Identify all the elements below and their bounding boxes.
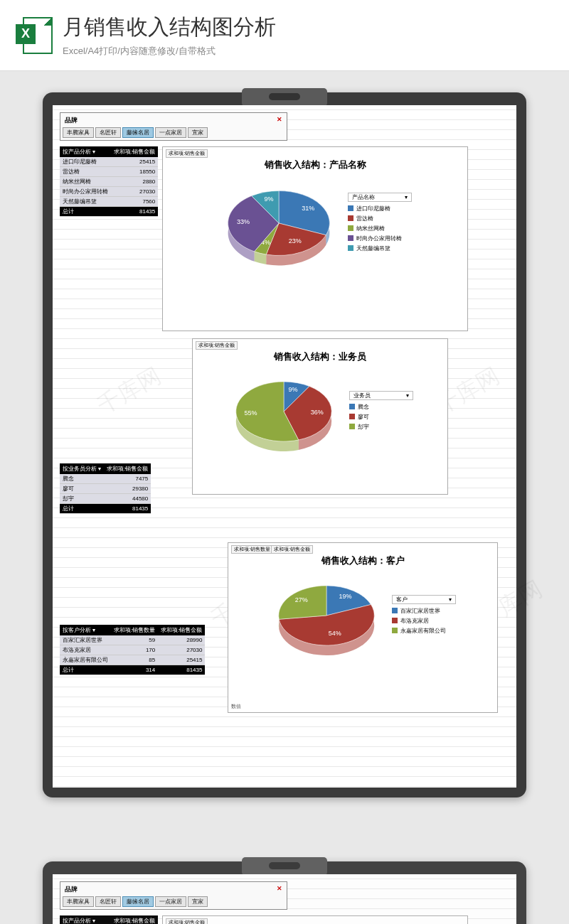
slicer-button[interactable]: 宜家 xyxy=(188,127,208,138)
svg-text:33%: 33% xyxy=(237,218,250,225)
page-subtitle: Excel/A4打印/内容随意修改/自带格式 xyxy=(63,45,276,58)
table-row: 天然藤编吊篮7560 xyxy=(60,197,158,207)
svg-text:54%: 54% xyxy=(329,630,341,637)
legend-item: 雷达椅 xyxy=(348,215,412,222)
pivot-product: 按产品分析求和项:销售金额进口印尼藤椅25415雷达椅18550纳米丝网椅288… xyxy=(60,915,158,924)
slicer-button[interactable]: 丰腾家具 xyxy=(63,896,94,907)
legend-item: 永嘉家居有限公司 xyxy=(392,627,456,635)
table-row: 彭宇44580 xyxy=(60,494,151,504)
table-row: 廖可29380 xyxy=(60,484,151,494)
chart-product: 求和项:销售金额 销售收入结构：产品名称 31%23%4%33%9% 产品名称▾… xyxy=(162,146,468,331)
slicer-button[interactable]: 一点家居 xyxy=(155,127,186,138)
clipboard-frame: 千库网 千库网 千库网 千库网 千库网 品牌 ✕ 丰腾家具名匠轩藤缘名居一点家居… xyxy=(43,92,526,797)
legend-item: 廖可 xyxy=(349,413,413,421)
pivot-product: 按产品分析求和项:销售金额进口印尼藤椅25415雷达椅18550纳米丝网椅288… xyxy=(60,146,158,217)
chevron-down-icon: ▾ xyxy=(406,392,409,399)
chart-product: 求和项:销售金额 销售收入结构：产品名称 xyxy=(162,915,468,924)
excel-icon: X xyxy=(16,14,53,57)
slicer-button[interactable]: 一点家居 xyxy=(155,896,186,907)
legend-dropdown[interactable]: 产品名称▾ xyxy=(348,193,412,202)
slicer-button[interactable]: 名匠轩 xyxy=(95,896,121,907)
svg-text:31%: 31% xyxy=(302,205,315,212)
legend-item: 百家汇家居世界 xyxy=(392,607,456,615)
table-total: 总计31481435 xyxy=(60,665,205,675)
page-header: X 月销售收入结构图分析 Excel/A4打印/内容随意修改/自带格式 xyxy=(0,0,569,71)
slicer-clear-icon[interactable]: ✕ xyxy=(277,116,282,125)
svg-text:9%: 9% xyxy=(289,386,298,393)
legend-item: 进口印尼藤椅 xyxy=(348,205,412,213)
svg-text:36%: 36% xyxy=(311,409,324,416)
chart-title: 销售收入结构：客户 xyxy=(233,554,493,567)
svg-text:19%: 19% xyxy=(339,593,351,600)
legend-dropdown[interactable]: 业务员▾ xyxy=(349,391,413,400)
legend-dropdown[interactable]: 客户▾ xyxy=(392,595,456,604)
table-row: 雷达椅18550 xyxy=(60,167,158,177)
chart-field-label: 求和项:销售数量 xyxy=(231,545,273,554)
table-row: 腾念7475 xyxy=(60,474,151,484)
chart-salesperson: 求和项:销售金额 销售收入结构：业务员 9%36%55% 业务员▾腾念廖可彭宇 xyxy=(192,338,448,495)
legend-item: 纳米丝网椅 xyxy=(348,225,412,232)
chart-title: 销售收入结构：产品名称 xyxy=(167,159,463,171)
table-row: 进口印尼藤椅25415 xyxy=(60,157,158,167)
table-row: 时尚办公家用转椅27030 xyxy=(60,187,158,197)
slicer-button[interactable]: 丰腾家具 xyxy=(63,127,94,138)
svg-text:23%: 23% xyxy=(289,237,302,245)
chart-field-label: 求和项:销售金额 xyxy=(166,149,208,158)
svg-text:9%: 9% xyxy=(265,195,274,203)
table-total: 总计81435 xyxy=(60,504,151,514)
chart-customer: 求和项:销售数量 求和项:销售金额 销售收入结构：客户 19%54%27% 客户… xyxy=(228,542,498,713)
legend-item: 腾念 xyxy=(349,403,413,411)
slicer-button[interactable]: 宜家 xyxy=(188,896,208,907)
legend-item: 天然藤编吊篮 xyxy=(348,245,412,252)
chart-field-label: 求和项:销售金额 xyxy=(271,545,313,554)
table-row: 百家汇家居世界5928990 xyxy=(60,635,205,645)
chart-title: 销售收入结构：业务员 xyxy=(197,350,443,363)
chevron-down-icon: ▾ xyxy=(449,596,452,603)
slicer-button[interactable]: 藤缘名居 xyxy=(122,896,154,907)
slicer-title: 品牌 xyxy=(65,116,78,125)
chevron-down-icon: ▾ xyxy=(405,194,408,200)
table-row: 布洛克家居17027030 xyxy=(60,645,205,655)
svg-text:27%: 27% xyxy=(295,596,308,603)
table-row: 纳米丝网椅2880 xyxy=(60,177,158,187)
pivot-customer: 按客户分析求和项:销售数量求和项:销售金额百家汇家居世界5928990布洛克家居… xyxy=(60,625,205,675)
slicer-button[interactable]: 名匠轩 xyxy=(95,127,121,138)
svg-text:55%: 55% xyxy=(245,409,257,417)
pie-chart: 9%36%55% xyxy=(227,369,341,454)
legend-item: 时尚办公家用转椅 xyxy=(348,235,412,242)
chart-legend: 客户▾百家汇家居世界布洛克家居永嘉家居有限公司 xyxy=(392,595,456,637)
table-total: 总计81435 xyxy=(60,207,158,217)
chart-legend: 业务员▾腾念廖可彭宇 xyxy=(349,391,413,433)
page-title: 月销售收入结构图分析 xyxy=(63,13,276,42)
clipboard-frame-thumb: 品牌✕ 丰腾家具名匠轩藤缘名居一点家居宜家 按产品分析求和项:销售金额进口印尼藤… xyxy=(43,861,526,924)
slicer-button[interactable]: 藤缘名居 xyxy=(122,127,154,138)
spreadsheet-paper: 千库网 千库网 千库网 千库网 千库网 品牌 ✕ 丰腾家具名匠轩藤缘名居一点家居… xyxy=(53,105,516,788)
clipboard-clip xyxy=(242,88,327,107)
pie-chart: 19%54%27% xyxy=(270,573,383,658)
pivot-salesperson: 按业务员分析求和项:销售金额腾念7475廖可29380彭宇44580总计8143… xyxy=(60,463,151,514)
chart-legend: 产品名称▾进口印尼藤椅雷达椅纳米丝网椅时尚办公家用转椅天然藤编吊篮 xyxy=(348,193,412,254)
pie-chart: 31%23%4%33%9% xyxy=(218,177,339,269)
brand-slicer[interactable]: 品牌 ✕ 丰腾家具名匠轩藤缘名居一点家居宜家 xyxy=(60,112,287,141)
chart-axis-note: 数值 xyxy=(231,703,241,710)
legend-item: 彭宇 xyxy=(349,423,413,431)
legend-item: 布洛克家居 xyxy=(392,617,456,625)
table-row: 永嘉家居有限公司8525415 xyxy=(60,655,205,665)
chart-field-label: 求和项:销售金额 xyxy=(196,341,238,350)
brand-slicer[interactable]: 品牌✕ 丰腾家具名匠轩藤缘名居一点家居宜家 xyxy=(60,881,287,910)
